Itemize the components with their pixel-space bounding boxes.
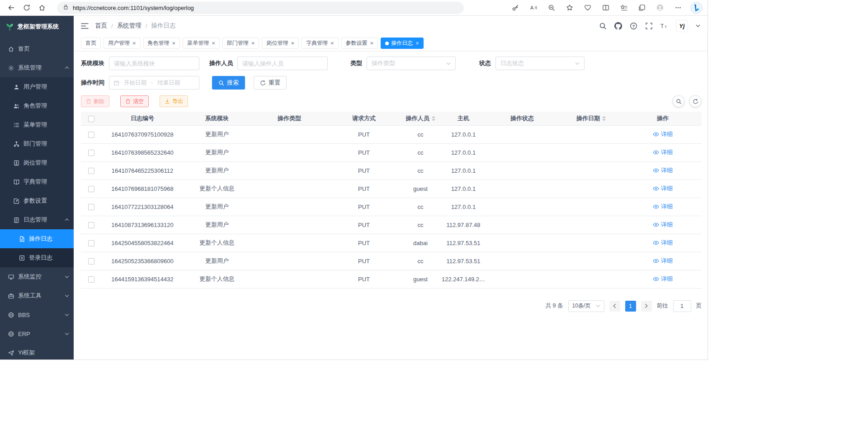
row-checkbox[interactable] — [88, 222, 94, 228]
chevron-down-icon[interactable] — [696, 24, 700, 28]
sidebar-item-param-settings[interactable]: 参数设置 — [0, 191, 74, 210]
reset-button[interactable]: 重置 — [254, 76, 287, 90]
sidebar-item-system-tools[interactable]: 系统工具 — [0, 286, 74, 305]
tab-close-icon[interactable]: × — [251, 40, 255, 46]
status-select[interactable]: 日志状态 — [495, 57, 585, 70]
back-icon[interactable] — [4, 1, 19, 14]
detail-link[interactable]: 详细 — [653, 239, 673, 247]
row-checkbox[interactable] — [88, 150, 94, 156]
row-checkbox[interactable] — [88, 168, 94, 174]
address-bar[interactable]: https://ccnetcore.com:1101/system/log/op… — [57, 2, 464, 14]
detail-link[interactable]: 详细 — [653, 257, 673, 265]
tab-label: 菜单管理 — [187, 39, 209, 47]
goto-page-input[interactable] — [673, 300, 691, 312]
tab-menu-mgmt[interactable]: 菜单管理× — [183, 38, 220, 49]
breadcrumb-home[interactable]: 首页 — [95, 22, 107, 30]
row-checkbox[interactable] — [88, 186, 94, 192]
row-checkbox[interactable] — [88, 204, 94, 210]
home-icon[interactable] — [34, 1, 50, 14]
zoom-out-icon[interactable] — [544, 1, 559, 14]
type-select[interactable]: 操作类型 — [367, 57, 456, 70]
tab-home[interactable]: 首页 — [81, 38, 101, 49]
table-refresh-button[interactable] — [689, 95, 701, 107]
tab-close-icon[interactable]: × — [132, 40, 136, 46]
more-options-icon[interactable] — [670, 1, 686, 14]
tab-dict-mgmt[interactable]: 字典管理× — [302, 38, 339, 49]
fullscreen-icon[interactable] — [645, 22, 653, 30]
current-page-button[interactable]: 1 — [625, 301, 636, 312]
sort-carets-icon[interactable] — [602, 116, 606, 121]
cell-host: 112.97.87.48 — [441, 216, 486, 234]
sidebar-item-dict-mgmt[interactable]: 字典管理 — [0, 172, 74, 191]
sidebar-item-post-mgmt[interactable]: 岗位管理 — [0, 153, 74, 172]
sidebar-item-user-mgmt[interactable]: 用户管理 — [0, 77, 74, 96]
sidebar-item-log-mgmt[interactable]: 日志管理 — [0, 210, 74, 229]
sidebar-item-home[interactable]: 首页 — [0, 39, 74, 58]
tab-post-mgmt[interactable]: 岗位管理× — [262, 38, 299, 49]
collapse-menu-icon[interactable] — [81, 22, 89, 30]
tab-close-icon[interactable]: × — [212, 40, 215, 46]
font-size-icon[interactable]: TT — [660, 22, 668, 30]
row-checkbox[interactable] — [88, 132, 94, 138]
github-icon[interactable] — [614, 22, 622, 30]
detail-link[interactable]: 详细 — [653, 148, 673, 156]
bing-icon[interactable] — [689, 1, 704, 14]
search-icon[interactable] — [599, 22, 607, 30]
password-key-icon[interactable] — [508, 1, 523, 14]
page-size-select[interactable]: 10条/页 — [568, 300, 604, 312]
detail-link[interactable]: 详细 — [653, 185, 673, 193]
next-page-button[interactable] — [641, 301, 652, 312]
detail-link[interactable]: 详细 — [653, 130, 673, 138]
clear-button[interactable]: 清空 — [120, 95, 149, 107]
tab-close-icon[interactable]: × — [172, 40, 176, 46]
profile-avatar[interactable] — [652, 1, 668, 14]
breadcrumb-system[interactable]: 系统管理 — [117, 22, 142, 30]
sidebar-item-bbs[interactable]: BBS — [0, 305, 74, 324]
tab-role-mgmt[interactable]: 角色管理× — [143, 38, 180, 49]
tab-user-mgmt[interactable]: 用户管理× — [104, 38, 141, 49]
row-checkbox[interactable] — [88, 276, 94, 283]
date-range-input[interactable]: 开始日期 - 结束日期 — [109, 76, 199, 90]
tab-close-icon[interactable]: × — [370, 40, 374, 46]
row-checkbox[interactable] — [88, 258, 94, 265]
help-icon[interactable]: ? — [630, 22, 637, 30]
sidebar-item-system-monitor[interactable]: 系统监控 — [0, 267, 74, 286]
detail-link[interactable]: 详细 — [653, 203, 673, 211]
row-checkbox[interactable] — [88, 240, 94, 246]
user-avatar[interactable]: Yj — [676, 20, 688, 32]
prev-page-button[interactable] — [609, 301, 620, 312]
sidebar-item-role-mgmt[interactable]: 角色管理 — [0, 96, 74, 115]
search-button[interactable]: 搜索 — [212, 76, 245, 90]
sidebar-item-dept-mgmt[interactable]: 部门管理 — [0, 134, 74, 153]
sidebar-item-yi-framework[interactable]: Yi框架 — [0, 343, 74, 360]
tab-param-settings[interactable]: 参数设置× — [341, 38, 378, 49]
sidebar-item-menu-mgmt[interactable]: 菜单管理 — [0, 115, 74, 134]
collections-icon[interactable] — [634, 1, 650, 14]
tab-dept-mgmt[interactable]: 部门管理× — [222, 38, 259, 49]
tab-close-icon[interactable]: × — [330, 40, 334, 46]
favorites-bar-icon[interactable] — [616, 1, 632, 14]
read-aloud-icon[interactable]: A — [526, 1, 541, 14]
detail-link[interactable]: 详细 — [653, 221, 673, 229]
sidebar-item-system-mgmt[interactable]: 系统管理 — [0, 58, 74, 77]
module-input[interactable] — [109, 57, 199, 70]
sidebar-item-oper-log[interactable]: 操作日志 — [0, 229, 74, 248]
operator-input[interactable] — [237, 57, 328, 70]
export-button[interactable]: 导出 — [160, 95, 188, 107]
table-search-button[interactable] — [673, 95, 684, 107]
sidebar-item-erp[interactable]: ERP — [0, 324, 74, 343]
favorites-star-icon[interactable] — [562, 1, 577, 14]
split-screen-icon[interactable] — [598, 1, 613, 14]
app-logo[interactable]: 意框架管理系统 — [0, 16, 74, 38]
detail-link[interactable]: 详细 — [653, 166, 673, 175]
detail-link[interactable]: 详细 — [653, 275, 673, 283]
sidebar-item-login-log[interactable]: 登录日志 — [0, 248, 74, 267]
tab-close-icon[interactable]: × — [415, 40, 419, 46]
tab-close-icon[interactable]: × — [291, 40, 294, 46]
sort-carets-icon[interactable] — [432, 116, 435, 121]
select-all-checkbox[interactable] — [88, 116, 94, 122]
refresh-icon[interactable] — [19, 1, 34, 14]
tab-oper-log[interactable]: 操作日志× — [381, 38, 424, 49]
browser-essentials-icon[interactable] — [580, 1, 595, 14]
delete-button[interactable]: 删除 — [81, 95, 109, 107]
